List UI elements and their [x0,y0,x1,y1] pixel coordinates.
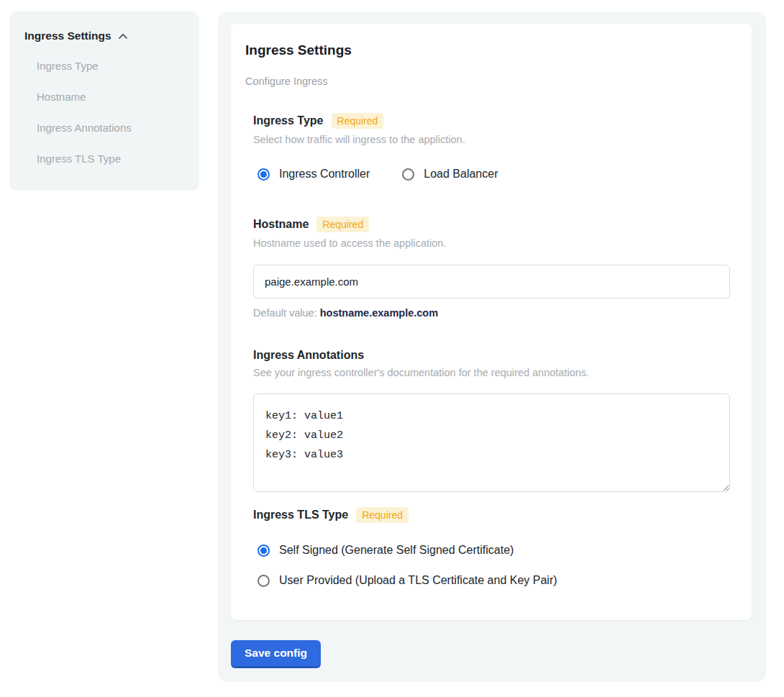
section-ingress-type: Ingress Type Required Select how traffic… [253,113,737,181]
form-body: Ingress Type Required Select how traffic… [253,113,737,587]
required-badge: Required [316,217,369,232]
radio-label: Self Signed (Generate Self Signed Certif… [279,544,514,557]
hostname-input[interactable] [253,265,730,299]
radio-selected-icon [257,545,270,557]
field-description: Hostname used to access the application. [253,237,737,249]
sidebar-group-label: Ingress Settings [24,29,111,42]
radio-option-ingress-controller[interactable]: Ingress Controller [257,168,370,181]
default-value-text: hostname.example.com [320,307,438,319]
field-label-row: Ingress Type Required [253,113,737,129]
radio-label: Load Balancer [424,168,498,181]
sidebar-group-ingress-settings[interactable]: Ingress Settings [24,29,184,42]
ingress-settings-card: Ingress Settings Configure Ingress Ingre… [231,24,752,620]
ingress-type-radio-group: Ingress Controller Load Balancer [257,168,737,181]
default-value-prefix: Default value: [253,307,320,319]
field-description: Select how traffic will ingress to the a… [253,134,737,145]
required-badge: Required [332,113,384,129]
field-label-hostname: Hostname [253,218,309,231]
radio-option-load-balancer[interactable]: Load Balancer [402,168,498,181]
required-badge: Required [356,507,409,523]
sidebar-item-list: Ingress Type Hostname Ingress Annotation… [24,60,184,165]
field-label-ingress-type: Ingress Type [253,114,324,127]
sidebar-item-ingress-type[interactable]: Ingress Type [37,60,184,72]
settings-sidebar: Ingress Settings Ingress Type Hostname I… [9,12,199,191]
radio-selected-icon [257,168,270,181]
field-label-ingress-tls-type: Ingress TLS Type [253,509,348,521]
default-value-line: Default value: hostname.example.com [253,307,737,319]
save-config-button[interactable]: Save config [231,640,321,668]
section-ingress-annotations: Ingress Annotations See your ingress con… [253,349,737,492]
tls-radio-group: Self Signed (Generate Self Signed Certif… [257,544,737,587]
field-description: See your ingress controller's documentat… [253,367,737,378]
radio-option-self-signed[interactable]: Self Signed (Generate Self Signed Certif… [257,544,737,557]
sidebar-item-ingress-annotations[interactable]: Ingress Annotations [37,122,184,134]
page-subtitle: Configure Ingress [245,76,737,87]
sidebar-item-ingress-tls-type[interactable]: Ingress TLS Type [37,152,184,165]
radio-label: User Provided (Upload a TLS Certificate … [279,574,557,587]
field-label-row: Hostname Required [253,217,737,232]
section-hostname: Hostname Required Hostname used to acces… [253,217,737,319]
field-label-row: Ingress Annotations [253,349,737,362]
main-panel: Ingress Settings Configure Ingress Ingre… [218,12,766,682]
field-label-ingress-annotations: Ingress Annotations [253,349,364,362]
radio-unselected-icon [402,168,414,181]
field-label-row: Ingress TLS Type Required [253,507,737,523]
page-title: Ingress Settings [245,42,737,58]
chevron-up-icon [118,33,128,40]
radio-option-user-provided[interactable]: User Provided (Upload a TLS Certificate … [257,574,737,587]
radio-unselected-icon [257,575,270,587]
radio-label: Ingress Controller [279,168,370,181]
annotations-textarea[interactable]: key1: value1 key2: value2 key3: value3 [253,393,730,492]
sidebar-item-hostname[interactable]: Hostname [37,91,184,103]
section-ingress-tls-type: Ingress TLS Type Required Self Signed (G… [253,507,737,587]
